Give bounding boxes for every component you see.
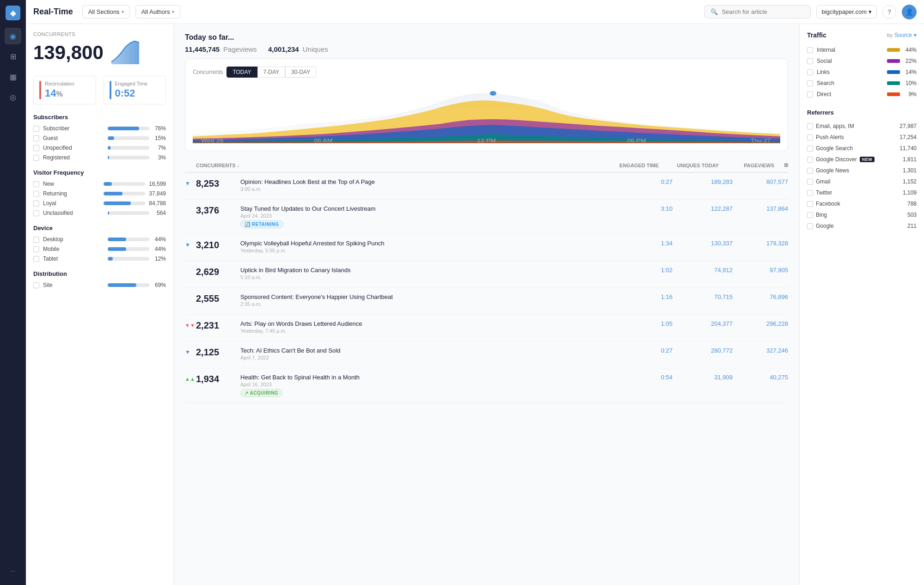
list-item[interactable]: Tablet 12%	[33, 256, 166, 262]
article-title[interactable]: Arts: Play on Words Draws Lettered Audie…	[240, 320, 617, 327]
article-title[interactable]: Opinion: Headlines Look Best at the Top …	[240, 178, 617, 185]
checkbox[interactable]	[807, 223, 813, 229]
article-title[interactable]: Tech: AI Ethics Can't Be Bot and Sold	[240, 347, 617, 354]
article-title[interactable]: Olympic Volleyball Hopeful Arrested for …	[240, 240, 617, 247]
list-item[interactable]: Returning 37,849	[33, 190, 166, 197]
svg-text:06 AM: 06 AM	[314, 138, 332, 143]
list-item[interactable]: Push Alerts 17,254	[807, 132, 917, 143]
nav-analytics[interactable]: ▦	[5, 68, 21, 85]
checkbox[interactable]	[807, 47, 813, 53]
domain-selector[interactable]: bigcitypaper.com ▾	[816, 5, 877, 18]
checkbox[interactable]	[33, 246, 39, 252]
checkbox[interactable]	[807, 157, 813, 163]
checkbox[interactable]	[807, 91, 813, 98]
referrer-count: 503	[907, 212, 917, 218]
checkbox[interactable]	[807, 58, 813, 64]
list-item[interactable]: Search 10%	[807, 78, 917, 89]
list-item[interactable]: Subscriber 76%	[33, 125, 166, 132]
article-title[interactable]: Stay Tuned for Updates to Our Concert Li…	[240, 205, 617, 212]
trend-arrow-icon: ▼	[185, 179, 194, 187]
list-item[interactable]: Mobile 44%	[33, 246, 166, 252]
traffic-filter[interactable]: Source ▾	[894, 32, 917, 38]
nav-pulse[interactable]: ⊞	[5, 48, 21, 65]
checkbox[interactable]	[807, 179, 813, 185]
article-title[interactable]: Health: Get Back to Spinal Health in a M…	[240, 374, 617, 381]
tab-30day[interactable]: 30-DAY	[285, 67, 316, 78]
all-authors-dropdown[interactable]: All Authors ▾	[135, 5, 180, 18]
tab-today[interactable]: TODAY	[226, 67, 257, 78]
table-header: Concurrents ↓ Engaged Time Uniques Today…	[185, 158, 788, 173]
list-item[interactable]: Email, apps, IM 27,987	[807, 121, 917, 132]
list-item[interactable]: Internal 44%	[807, 44, 917, 55]
checkbox[interactable]	[807, 80, 813, 86]
checkbox[interactable]	[33, 237, 39, 243]
checkbox[interactable]	[807, 168, 813, 174]
checkbox[interactable]	[807, 146, 813, 152]
engaged-time-value: 1:34	[617, 240, 673, 247]
list-item[interactable]: Unclassified 564	[33, 210, 166, 216]
distribution-list: Site 69%	[33, 282, 166, 288]
checkbox[interactable]	[33, 126, 39, 132]
article-title[interactable]: Uptick in Bird Migration to Canary Islan…	[240, 267, 617, 274]
list-item[interactable]: Guest 15%	[33, 135, 166, 141]
list-item[interactable]: Bing 503	[807, 209, 917, 220]
checkbox[interactable]	[807, 123, 813, 129]
list-item[interactable]: Desktop 44%	[33, 236, 166, 243]
checkbox[interactable]	[33, 256, 39, 262]
svg-point-0	[490, 91, 496, 96]
checkbox[interactable]	[33, 145, 39, 151]
list-item[interactable]: Site 69%	[33, 282, 166, 288]
checkbox[interactable]	[33, 210, 39, 216]
list-item[interactable]: Links 14%	[807, 67, 917, 78]
list-item[interactable]: Facebook 788	[807, 198, 917, 209]
referrer-label: Email, apps, IM	[816, 123, 854, 129]
right-panel: Traffic by Source ▾ Internal 44%	[799, 24, 924, 585]
list-item[interactable]: Twitter 1,109	[807, 187, 917, 198]
traffic-pct: 9%	[904, 91, 917, 98]
concurrent-count: 2,231	[196, 320, 240, 331]
checkbox[interactable]	[807, 212, 813, 218]
list-item[interactable]: Google Discover NEW 1,811	[807, 154, 917, 165]
list-item[interactable]: Google Search 11,740	[807, 143, 917, 154]
content-area: Concurrents 139,800	[26, 24, 924, 585]
checkbox[interactable]	[33, 282, 39, 288]
checkbox[interactable]	[33, 181, 39, 187]
referrer-count: 11,740	[900, 145, 917, 152]
list-item[interactable]: Social 22%	[807, 55, 917, 67]
traffic-pct: 14%	[904, 69, 917, 75]
referrer-label: Facebook	[816, 201, 840, 207]
nav-more[interactable]: ···	[5, 563, 21, 579]
tab-7day[interactable]: 7-DAY	[257, 67, 285, 78]
checkbox[interactable]	[33, 191, 39, 197]
nav-target[interactable]: ◎	[5, 89, 21, 105]
checkbox[interactable]	[33, 201, 39, 207]
col-header-concurrents[interactable]: Concurrents ↓	[196, 163, 251, 168]
search-input[interactable]	[722, 8, 805, 15]
all-sections-dropdown[interactable]: All Sections ▾	[82, 5, 130, 18]
list-item[interactable]: Gmail 1,152	[807, 176, 917, 187]
checkbox[interactable]	[807, 190, 813, 196]
help-button[interactable]: ?	[882, 5, 896, 19]
checkbox[interactable]	[807, 134, 813, 140]
list-item[interactable]: Registered 3%	[33, 154, 166, 161]
search-bar[interactable]: 🔍	[704, 5, 811, 18]
article-title[interactable]: Sponsored Content: Everyone's Happier Us…	[240, 293, 617, 300]
app-logo[interactable]: ◈	[6, 6, 20, 20]
list-item[interactable]: Unspecified 7%	[33, 145, 166, 151]
list-item[interactable]: New 16,599	[33, 181, 166, 187]
checkbox[interactable]	[33, 135, 39, 141]
list-item[interactable]: Loyal 84,788	[33, 200, 166, 207]
list-item[interactable]: Google 211	[807, 220, 917, 232]
nav-realtime[interactable]: ◉	[5, 28, 21, 44]
checkbox[interactable]	[807, 201, 813, 207]
trend-arrow-icon: ▼	[185, 348, 194, 355]
engaged-time-indicator	[110, 81, 111, 99]
visitor-frequency-title: Visitor Frequency	[33, 169, 166, 176]
user-avatar[interactable]: 👤	[902, 5, 917, 19]
list-item[interactable]: Direct 9%	[807, 89, 917, 100]
pageviews-value: 296,228	[733, 320, 788, 327]
list-item[interactable]: Google News 1,301	[807, 165, 917, 176]
recirculation-indicator	[39, 81, 41, 99]
checkbox[interactable]	[33, 155, 39, 161]
checkbox[interactable]	[807, 69, 813, 75]
